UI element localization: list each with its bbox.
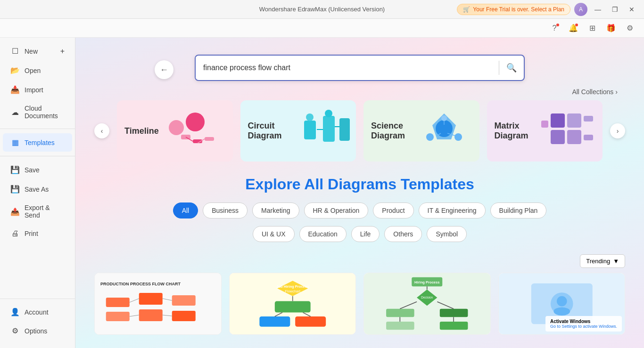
filter-all[interactable]: All: [173, 202, 198, 219]
template-img-production: PRODUCTION PROCESS FLOW CHART: [95, 273, 221, 334]
sidebar-item-options-label: Options: [25, 327, 47, 335]
svg-rect-40: [295, 316, 326, 327]
close-button[interactable]: ✕: [625, 3, 638, 16]
help-icon[interactable]: ?: [548, 22, 561, 35]
matrix-img: [537, 109, 598, 153]
main-layout: ☐ New + 📂 Open 📥 Import ☁ Cloud Document…: [0, 38, 644, 348]
carousel-next-button[interactable]: ›: [610, 123, 625, 138]
minimize-button[interactable]: —: [591, 3, 604, 16]
saveas-icon: 💾: [10, 185, 20, 194]
svg-text:Hiring Process: Hiring Process: [414, 280, 440, 284]
account-icon: 👤: [10, 308, 20, 316]
search-input[interactable]: [196, 57, 499, 79]
explore-title: Explore All Diagrams Templates: [94, 176, 625, 193]
svg-rect-49: [440, 309, 468, 317]
svg-point-16: [441, 115, 447, 121]
science-label: Science Diagram: [371, 121, 418, 141]
filter-it[interactable]: IT & Engineering: [419, 202, 486, 219]
filter-product[interactable]: Product: [373, 202, 413, 219]
filter-education[interactable]: Education: [299, 226, 347, 242]
search-button[interactable]: 🔍: [499, 56, 524, 80]
sidebar-item-import[interactable]: 📥 Import: [3, 81, 72, 99]
svg-line-42: [274, 312, 282, 316]
filter-building[interactable]: Building Plan: [490, 202, 547, 219]
settings-icon[interactable]: ⚙: [623, 22, 636, 35]
sidebar-item-print-label: Print: [25, 230, 38, 237]
template-card-hiring1[interactable]: Job Hiring Process Flowchart: [229, 273, 356, 335]
filter-business[interactable]: Business: [203, 202, 248, 219]
notification-icon[interactable]: 🔔: [567, 22, 580, 35]
svg-text:Decision: Decision: [421, 296, 433, 299]
new-icon: ☐: [10, 47, 20, 56]
explore-highlight: All Diagrams Templates: [304, 176, 474, 193]
export-icon: 📤: [10, 207, 20, 216]
svg-rect-31: [172, 295, 196, 306]
all-collections-link[interactable]: All Collections ›: [572, 88, 618, 96]
sidebar-item-open[interactable]: 📂 Open: [3, 61, 72, 80]
template-img-activate: Activate Windows Go to Settings to activ…: [499, 273, 625, 334]
restore-button[interactable]: ❐: [608, 3, 621, 16]
filter-tags: All Business Marketing HR & Operation Pr…: [94, 202, 625, 219]
gift-icon[interactable]: 🎁: [604, 22, 618, 35]
matrix-label: Matrix Diagram: [495, 121, 542, 141]
trial-badge[interactable]: 🛒 Your Free Trial is over. Select a Plan: [457, 4, 570, 15]
svg-rect-24: [541, 121, 548, 128]
sidebar-item-print[interactable]: 🖨 Print: [3, 225, 72, 243]
community-icon[interactable]: ⊞: [586, 22, 599, 35]
template-card-activate[interactable]: Activate Windows Go to Settings to activ…: [498, 273, 626, 335]
import-icon: 📥: [10, 85, 20, 94]
svg-rect-39: [259, 316, 290, 327]
open-icon: 📂: [10, 66, 20, 75]
svg-rect-8: [323, 116, 335, 142]
filter-tags-row2: UI & UX Education Life Others Symbol: [94, 226, 625, 242]
titlebar: Wondershare EdrawMax (Unlicensed Version…: [0, 0, 644, 19]
avatar[interactable]: A: [574, 3, 587, 16]
filter-hr[interactable]: HR & Operation: [304, 202, 369, 219]
sidebar-item-export[interactable]: 📤 Export & Send: [3, 199, 72, 224]
print-icon: 🖨: [10, 229, 20, 238]
sidebar-item-import-label: Import: [25, 86, 43, 94]
svg-rect-9: [339, 118, 350, 141]
sidebar-item-export-label: Export & Send: [25, 204, 65, 219]
sidebar-item-account-label: Account: [25, 308, 49, 316]
carousel-track: Timeline: [109, 100, 610, 162]
sidebar-item-new[interactable]: ☐ New +: [3, 42, 72, 60]
sidebar-item-save-label: Save: [25, 166, 40, 174]
svg-rect-28: [106, 312, 130, 321]
carousel-card-matrix[interactable]: Matrix Diagram: [487, 100, 603, 162]
sidebar-item-save[interactable]: 💾 Save: [3, 161, 72, 179]
template-card-production[interactable]: PRODUCTION PROCESS FLOW CHART: [94, 273, 222, 335]
carousel-card-science[interactable]: Science Diagram: [363, 100, 479, 162]
back-button[interactable]: ←: [155, 60, 173, 79]
svg-point-10: [306, 113, 314, 121]
template-card-hiring2[interactable]: Hiring Process Decision: [363, 273, 491, 335]
sort-select[interactable]: Trending ▼: [580, 254, 625, 268]
save-icon: 💾: [10, 165, 20, 174]
template-img-hiring2: Hiring Process Decision: [364, 273, 490, 334]
sidebar-item-saveas[interactable]: 💾 Save As: [3, 180, 72, 198]
timeline-img: [167, 109, 228, 153]
sidebar-item-templates[interactable]: ▦ Templates: [3, 133, 72, 152]
filter-marketing[interactable]: Marketing: [252, 202, 299, 219]
svg-rect-29: [139, 293, 163, 305]
chevron-right-icon: ›: [615, 88, 618, 96]
explore-section: Explore All Diagrams Templates All Busin…: [75, 166, 644, 254]
svg-rect-22: [551, 130, 565, 144]
carousel-card-circuit[interactable]: Circuit Diagram: [240, 100, 356, 162]
sidebar-item-cloud[interactable]: ☁ Cloud Documents: [3, 100, 72, 124]
svg-line-35: [163, 299, 172, 300]
svg-point-61: [556, 296, 567, 307]
sidebar-item-templates-label: Templates: [25, 139, 55, 146]
sidebar-item-account[interactable]: 👤 Account: [3, 303, 72, 321]
filter-life[interactable]: Life: [351, 226, 380, 242]
svg-point-1: [186, 113, 205, 131]
svg-point-14: [426, 133, 434, 141]
filter-others[interactable]: Others: [384, 226, 422, 242]
carousel-prev-button[interactable]: ‹: [94, 123, 109, 138]
sidebar-item-options[interactable]: ⚙ Options: [3, 322, 72, 340]
watermark-title: Activate Windows: [550, 319, 617, 324]
filter-uiux[interactable]: UI & UX: [253, 226, 295, 242]
filter-symbol[interactable]: Symbol: [427, 226, 467, 242]
svg-rect-26: [584, 135, 593, 140]
carousel-card-timeline[interactable]: Timeline: [117, 100, 233, 162]
